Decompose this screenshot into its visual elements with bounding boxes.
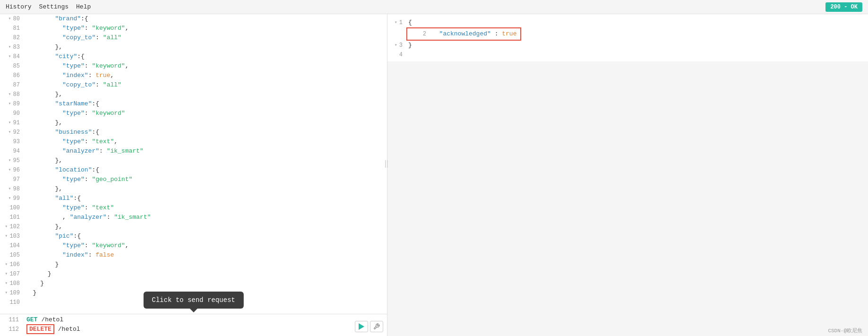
send-request-button[interactable]: [355, 321, 368, 332]
status-badge: 200 - OK: [825, 2, 862, 12]
table-row: 101 , "analyzer": "ik_smart": [0, 213, 387, 222]
table-row: 93 "type": "text",: [0, 137, 387, 146]
table-row: 85 "type": "keyword",: [0, 61, 387, 71]
fold-icon[interactable]: ▾: [9, 156, 11, 165]
tooltip-container: Click to send request: [143, 292, 243, 312]
fold-icon[interactable]: ▾: [9, 90, 11, 99]
table-row: ▾96 "location":{: [0, 165, 387, 175]
fold-icon[interactable]: ▾: [9, 184, 11, 194]
table-row: 86 "index": true,: [0, 71, 387, 80]
table-row: ▾108 }: [0, 279, 387, 288]
table-row: 104 "type": "keyword",: [0, 241, 387, 250]
table-row: ▾106 }: [0, 260, 387, 269]
code-editor[interactable]: ▾80 "brand":{ 81 "type": "keyword", 82 "…: [0, 14, 387, 336]
response-area: ▾1 { 2 "acknowledged" : true ▾3 }: [387, 14, 868, 61]
table-row: ▾95 },: [0, 156, 387, 165]
main-content: ▾80 "brand":{ 81 "type": "keyword", 82 "…: [0, 14, 868, 336]
table-row: ▾107 }: [0, 269, 387, 279]
table-row: ▾91 },: [0, 118, 387, 128]
right-panel-wrapper: ▾1 { 2 "acknowledged" : true ▾3 }: [387, 14, 868, 336]
table-row: 81 "type": "keyword",: [0, 24, 387, 33]
fold-icon[interactable]: ▾: [9, 194, 11, 203]
fold-icon[interactable]: ▾: [9, 52, 11, 61]
fold-icon[interactable]: ▾: [395, 18, 397, 27]
table-row: ▾88 },: [0, 90, 387, 99]
table-row: ▾3 }: [387, 41, 868, 50]
wrench-button[interactable]: [370, 321, 383, 332]
get-line: 111 GET /hetol: [4, 316, 383, 323]
table-row: 94 "analyzer": "ik_smart": [0, 146, 387, 156]
table-row: ▾89 "starName":{: [0, 99, 387, 109]
tooltip: Click to send request: [143, 292, 243, 309]
fold-icon[interactable]: ▾: [5, 279, 8, 288]
svg-marker-0: [359, 323, 364, 330]
table-row: ▾98 },: [0, 184, 387, 194]
delete-path: /hetol: [58, 326, 80, 333]
table-row: ▾83 },: [0, 43, 387, 52]
table-row: 100 "type": "text": [0, 203, 387, 213]
table-row: ▾103 "pic":{: [0, 232, 387, 241]
table-row: 90 "type": "keyword": [0, 109, 387, 118]
action-buttons: [355, 321, 383, 332]
get-method-label: GET: [26, 316, 37, 323]
table-row: 105 "index": false: [0, 250, 387, 260]
panel-divider[interactable]: ‖: [384, 159, 387, 168]
left-panel: ▾80 "brand":{ 81 "type": "keyword", 82 "…: [0, 14, 387, 336]
fold-icon[interactable]: ▾: [395, 41, 397, 50]
table-row: 87 "copy_to": "all": [0, 80, 387, 90]
table-row: 97 "type": "geo_point": [0, 175, 387, 184]
fold-icon[interactable]: ▾: [9, 118, 11, 128]
fold-icon[interactable]: ▾: [5, 222, 8, 232]
table-row: ▾80 "brand":{: [0, 14, 387, 24]
table-row: 2 "acknowledged" : true: [411, 29, 516, 39]
fold-icon[interactable]: ▾: [9, 99, 11, 109]
fold-icon[interactable]: ▾: [5, 269, 8, 279]
fold-icon[interactable]: ▾: [5, 232, 8, 241]
get-path: /hetol: [41, 316, 63, 323]
acknowledged-box: 2 "acknowledged" : true: [406, 27, 521, 41]
menu-bar: History Settings Help 200 - OK: [0, 0, 868, 14]
tooltip-arrow: [190, 309, 198, 312]
footer: CSDN·@欧尼焦: [828, 327, 862, 334]
table-row: ▾84 "city":{: [0, 52, 387, 61]
table-row: ▾102 },: [0, 222, 387, 232]
table-row: ▾1 {: [387, 16, 868, 27]
fold-icon[interactable]: ▾: [9, 14, 11, 24]
menu-help[interactable]: Help: [76, 3, 91, 10]
code-lines: ▾80 "brand":{ 81 "type": "keyword", 82 "…: [0, 14, 387, 314]
bottom-bar: 111 GET /hetol 112 DELETE /hetol: [0, 314, 387, 336]
delete-line: 112 DELETE /hetol: [4, 324, 383, 334]
table-row: 82 "copy_to": "all": [0, 33, 387, 43]
table-row: ▾99 "all":{: [0, 194, 387, 203]
fold-icon[interactable]: ▾: [5, 260, 8, 269]
fold-icon[interactable]: ▾: [9, 43, 11, 52]
table-row: ▾92 "business":{: [0, 128, 387, 137]
right-panel: ▾1 { 2 "acknowledged" : true ▾3 }: [387, 14, 868, 61]
delete-method-label: DELETE: [26, 324, 54, 334]
fold-icon[interactable]: ▾: [5, 288, 8, 298]
menu-history[interactable]: History: [6, 3, 32, 10]
fold-icon[interactable]: ▾: [9, 128, 11, 137]
response-box-container: 2 "acknowledged" : true: [387, 27, 868, 41]
fold-icon[interactable]: ▾: [9, 165, 11, 175]
menu-settings[interactable]: Settings: [39, 3, 69, 10]
table-row: 4: [387, 50, 868, 60]
